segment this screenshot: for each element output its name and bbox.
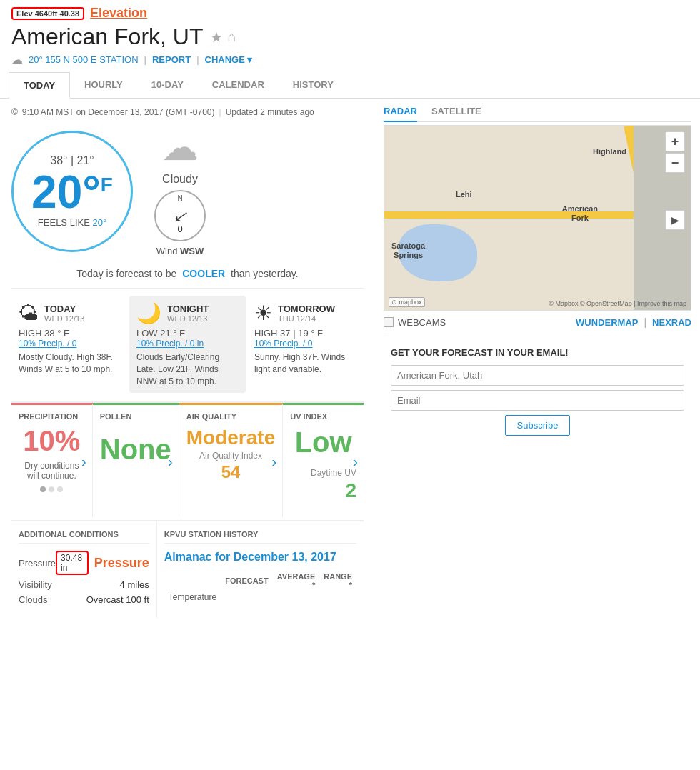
visibility-row: Visibility 4 miles [19, 579, 149, 590]
email-signup: GET YOUR FORECAST IN YOUR EMAIL! Subscri… [384, 341, 691, 441]
webcam-row: WEBCAMS WUNDERMAP | NEXRAD [384, 316, 691, 328]
pollen-panel: POLLEN None › [93, 403, 179, 517]
sep2: | [196, 54, 199, 65]
today-temp: HIGH 38 ° F [19, 328, 121, 339]
webcam-links: WUNDERMAP | NEXRAD [576, 316, 691, 328]
uv-panel: UV INDEX Low Daytime UV 2 › [283, 403, 364, 517]
today-desc: Mostly Cloudy. High 38F. Winds W at 5 to… [19, 351, 121, 376]
tonight-forecast-icon: 🌙 [136, 301, 161, 325]
map-tab-radar[interactable]: RADAR [384, 106, 417, 122]
tab-hourly[interactable]: HOURLY [70, 72, 137, 98]
feels-like: FEELS LIKE 20° [38, 217, 106, 228]
pollen-arrow[interactable]: › [168, 453, 173, 469]
precip-arrow[interactable]: › [81, 453, 86, 469]
pipe-sep: | [644, 316, 646, 328]
uv-arrow[interactable]: › [353, 453, 358, 469]
tab-10day[interactable]: 10-DAY [137, 72, 198, 98]
email-input[interactable] [391, 390, 684, 411]
clouds-key: Clouds [19, 594, 47, 605]
left-panel: © 9:10 AM MST on December 13, 2017 (GMT … [0, 99, 375, 626]
almanac-col-label [164, 571, 221, 591]
air-value: Moderate [186, 428, 275, 448]
station-name-link[interactable]: 20° 155 N 500 E STATION [29, 54, 139, 65]
air-sub: Air Quality Index [186, 451, 275, 461]
tab-history[interactable]: HISTORY [279, 72, 348, 98]
today-precip: 10% Precip. / 0 [19, 339, 121, 349]
condition-area: ☁ Cloudy N ↑ 0 Wind WSW [154, 126, 206, 256]
air-arrow[interactable]: › [272, 453, 277, 469]
tab-today[interactable]: TODAY [9, 72, 70, 99]
forecast-text: Today is forecast to be COOLER than yest… [11, 268, 364, 279]
pollen-title: POLLEN [100, 412, 171, 421]
timestamp-text: 9:10 AM MST on December 13, 2017 (GMT -0… [22, 107, 215, 117]
almanac-title: Almanac for December 13, 2017 [164, 551, 356, 564]
bottom-section: ADDITIONAL CONDITIONS Pressure 30.48 in … [11, 520, 364, 618]
webcam-left: WEBCAMS [384, 317, 446, 328]
right-panel: RADAR SATELLITE Highland Lehi AmericanFo… [375, 99, 700, 626]
additional-conditions: ADDITIONAL CONDITIONS Pressure 30.48 in … [11, 521, 156, 618]
map-logo: ⊙ mapbox [389, 297, 425, 307]
almanac-temp-forecast [221, 591, 273, 604]
pressure-val-badge: 30.48 in [56, 551, 89, 575]
sep1: | [144, 54, 146, 65]
map-area: Highland Lehi AmericanFork PleasantGrove… [384, 125, 691, 311]
map-label-lehi: Lehi [456, 190, 472, 199]
tomorrow-date: THU 12/14 [278, 314, 335, 323]
additional-title: ADDITIONAL CONDITIONS [19, 530, 149, 544]
almanac-col-forecast: FORECAST [221, 571, 273, 591]
today-period: TODAY [44, 304, 84, 314]
forecast-card-tomorrow: ☀ TOMORROW THU 12/14 HIGH 37 | 19 ° F 10… [247, 296, 364, 393]
today-forecast-icon: 🌤 [19, 301, 39, 325]
map-zoom-out[interactable]: − [665, 153, 685, 173]
city-name: American Fork, UT [11, 24, 203, 50]
wind-text: Wind WSW [156, 246, 204, 256]
compass-val: 0 [177, 224, 182, 234]
tonight-desc: Clouds Early/Clearing Late. Low 21F. Win… [136, 351, 239, 387]
report-link[interactable]: REPORT [152, 54, 191, 65]
map-tabs: RADAR SATELLITE [384, 106, 691, 122]
wundermap-link[interactable]: WUNDERMAP [576, 317, 638, 328]
uv-title: UV INDEX [290, 412, 356, 421]
webcam-checkbox[interactable] [384, 317, 394, 327]
tomorrow-period: TOMORROW [278, 304, 335, 314]
star-icon[interactable]: ★ [210, 29, 223, 46]
tonight-period: TONIGHT [167, 304, 209, 314]
right-forecast-email: GET YOUR FORECAST IN YOUR EMAIL! Subscri… [384, 334, 691, 441]
station-history: KPVU STATION HISTORY Almanac for Decembe… [156, 521, 364, 618]
nexrad-link[interactable]: NEXRAD [652, 317, 691, 328]
tab-calendar[interactable]: CALENDAR [198, 72, 279, 98]
webcam-label: WEBCAMS [398, 317, 446, 328]
map-label-highland: Highland [593, 147, 626, 156]
almanac-table: FORECAST AVERAGE * RANGE * Temperature [164, 571, 356, 604]
precip-title: PRECIPITATION [19, 412, 85, 421]
pollen-value: None [100, 435, 171, 464]
header: Elev 4640ft 40.38 Elevation American For… [0, 0, 700, 66]
almanac-col-range: RANGE * [319, 571, 356, 591]
pressure-row: Pressure 30.48 in Pressure [19, 551, 149, 575]
home-icon[interactable]: ⌂ [227, 29, 236, 45]
pressure-highlight-label: Pressure [94, 556, 149, 571]
condition-panels: PRECIPITATION 10% Dry conditions will co… [11, 401, 364, 517]
map-play[interactable]: ▶ [665, 210, 685, 230]
air-num: 54 [186, 462, 275, 482]
condition-text: Cloudy [162, 173, 198, 186]
main-content: © 9:10 AM MST on December 13, 2017 (GMT … [0, 99, 700, 626]
almanac-temp-average [273, 591, 320, 604]
change-link[interactable]: CHANGE ▾ [205, 54, 253, 65]
station-history-title: KPVU STATION HISTORY [164, 530, 356, 544]
uv-value: Low [290, 428, 356, 456]
map-tab-satellite[interactable]: SATELLITE [431, 106, 481, 121]
temp-range: 38° | 21° [50, 154, 94, 167]
tab-bar: TODAY HOURLY 10-DAY CALENDAR HISTORY [0, 72, 700, 99]
elevation-badge: Elev 4640ft 40.38 [11, 7, 84, 20]
cloud-icon: ☁ [161, 126, 199, 169]
map-zoom-in[interactable]: + [665, 131, 685, 151]
subscribe-button[interactable]: Subscribe [505, 415, 571, 436]
elevation-label: Elevation [90, 6, 147, 21]
email-location-input[interactable] [391, 365, 684, 386]
updated-text: Updated 2 minutes ago [226, 107, 314, 117]
sep-ts: | [219, 107, 221, 117]
tonight-temp: LOW 21 ° F [136, 328, 239, 339]
precip-dots [19, 486, 85, 492]
cooler-link[interactable]: COOLER [182, 268, 225, 279]
